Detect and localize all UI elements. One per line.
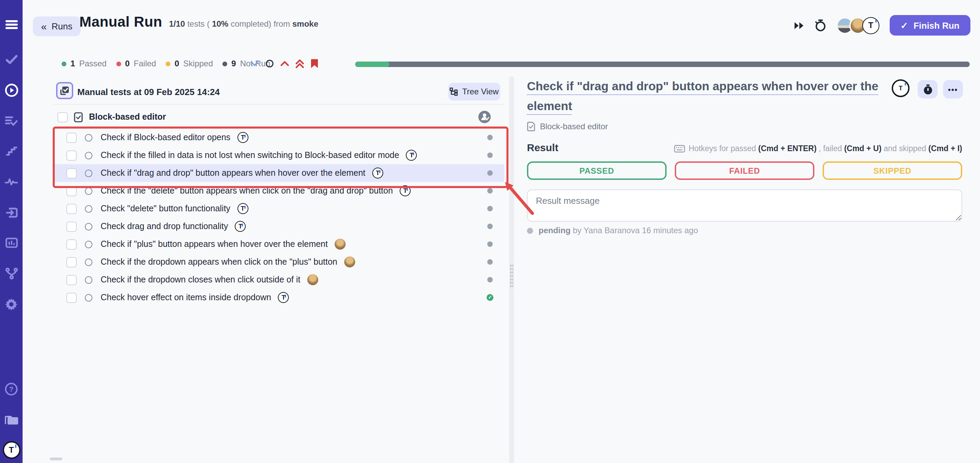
time-tracking-button[interactable] bbox=[918, 80, 937, 98]
failed-button[interactable]: FAILED bbox=[675, 162, 815, 180]
test-name: Check "delete" button functionality bbox=[100, 204, 230, 213]
test-row[interactable]: Check if "plus" button appears when hove… bbox=[53, 235, 504, 253]
more-options-button[interactable]: ••• bbox=[943, 80, 963, 98]
result-message-input[interactable] bbox=[527, 189, 962, 222]
bookmark-icon[interactable] bbox=[311, 59, 318, 68]
row-status-dot bbox=[487, 135, 493, 140]
check-icon[interactable] bbox=[0, 55, 22, 64]
menu-icon[interactable] bbox=[0, 20, 22, 29]
passed-dot-icon bbox=[62, 61, 66, 66]
row-checkbox[interactable] bbox=[66, 257, 76, 267]
row-status-dot bbox=[487, 188, 493, 193]
assignee-avatar bbox=[237, 203, 248, 214]
row-checkbox[interactable] bbox=[66, 292, 76, 303]
double-caret-up-icon[interactable] bbox=[296, 59, 304, 68]
participant-avatars[interactable] bbox=[836, 17, 880, 34]
group-checkbox[interactable] bbox=[57, 112, 68, 122]
test-row[interactable]: Check if Block-based editor opens bbox=[53, 128, 504, 146]
suite-name: Block-based editor bbox=[89, 112, 166, 122]
test-name: Check if the dropdown appears when click… bbox=[100, 257, 337, 267]
finish-run-button[interactable]: ✓ Finish Run bbox=[890, 15, 970, 36]
row-checkbox[interactable] bbox=[66, 221, 76, 232]
timer-icon[interactable] bbox=[815, 19, 826, 32]
run-filter-icons bbox=[250, 59, 318, 68]
skipped-counter: 0Skipped bbox=[165, 59, 213, 68]
pending-dot-icon bbox=[527, 227, 533, 233]
caret-up-icon[interactable] bbox=[281, 61, 289, 67]
assignee-avatar bbox=[335, 239, 345, 250]
breadcrumb[interactable]: Block-based editor bbox=[527, 122, 608, 131]
bar-chart-icon[interactable] bbox=[0, 238, 22, 248]
assign-all-icon[interactable] bbox=[478, 111, 491, 126]
assignee-avatar bbox=[406, 150, 417, 161]
branch-icon[interactable] bbox=[0, 268, 22, 279]
back-to-runs-button[interactable]: « Runs bbox=[33, 16, 80, 36]
test-name: Check if the "delete" button appears whe… bbox=[100, 186, 393, 196]
chevron-down-icon[interactable] bbox=[250, 61, 259, 67]
tree-view-button[interactable]: Tree View bbox=[448, 83, 500, 100]
row-checkbox[interactable] bbox=[66, 203, 76, 214]
panel-resize-handle[interactable] bbox=[509, 77, 514, 463]
test-row[interactable]: Check if the dropdown closes when click … bbox=[53, 271, 504, 289]
test-list: Check if Block-based editor opens Check … bbox=[53, 128, 504, 306]
status-circle-icon bbox=[85, 223, 92, 230]
steps-icon[interactable] bbox=[0, 147, 22, 155]
play-circle-icon[interactable] bbox=[0, 83, 22, 97]
horizontal-scrollbar[interactable] bbox=[50, 458, 62, 460]
keyboard-icon bbox=[674, 145, 685, 152]
row-status-dot bbox=[487, 224, 493, 229]
test-assignee-avatar[interactable] bbox=[892, 79, 910, 97]
row-checkbox[interactable] bbox=[66, 150, 76, 160]
status-circle-icon bbox=[85, 169, 92, 177]
skipped-dot-icon bbox=[165, 61, 170, 66]
folder-icon[interactable] bbox=[0, 414, 22, 425]
pulse-icon[interactable] bbox=[0, 178, 22, 186]
page-title: Manual Run bbox=[80, 14, 162, 30]
assignee-avatar bbox=[307, 274, 318, 285]
test-row[interactable]: Check if the filled in data is not lost … bbox=[53, 146, 504, 164]
row-checkbox[interactable] bbox=[66, 168, 76, 178]
test-row[interactable]: Check "delete" button functionality bbox=[53, 200, 504, 217]
test-name: Check if "drag and drop" button appears … bbox=[100, 168, 366, 178]
svg-text:?: ? bbox=[9, 385, 14, 393]
test-row[interactable]: Check drag and drop functionality bbox=[53, 217, 504, 235]
assignee-avatar bbox=[235, 221, 246, 232]
import-icon[interactable] bbox=[0, 208, 22, 218]
row-status-dot bbox=[487, 170, 493, 176]
run-progress-summary: 1/10 tests ( 10% completed) from smoke bbox=[169, 19, 318, 29]
brand-logo[interactable]: T bbox=[0, 441, 22, 459]
result-history-entry: pending by Yana Baranova 16 minutes ago bbox=[527, 226, 698, 235]
test-title[interactable]: Check if "drag and drop" button appears … bbox=[527, 77, 891, 116]
assignee-avatar bbox=[344, 257, 355, 267]
status-circle-icon bbox=[85, 258, 92, 266]
select-all-tests-checkbox[interactable] bbox=[56, 82, 73, 99]
double-chevron-left-icon: « bbox=[41, 21, 47, 32]
row-checkbox[interactable] bbox=[66, 132, 76, 143]
passed-button[interactable]: PASSED bbox=[527, 162, 667, 180]
help-icon[interactable]: ? bbox=[0, 383, 22, 396]
avatar-t-logo[interactable] bbox=[862, 17, 880, 34]
test-row[interactable]: Check if the "delete" button appears whe… bbox=[53, 182, 504, 200]
app-window: ? T « Runs Manual Run 1/10 tests ( 10% c… bbox=[0, 0, 980, 463]
gear-icon[interactable] bbox=[0, 298, 22, 311]
assignee-avatar bbox=[400, 186, 410, 196]
circle-outline-icon[interactable] bbox=[266, 60, 274, 68]
fast-forward-icon[interactable] bbox=[794, 22, 804, 29]
suite-group-row[interactable]: Block-based editor bbox=[53, 108, 504, 126]
row-status-dot bbox=[487, 206, 493, 211]
skipped-button[interactable]: SKIPPED bbox=[822, 162, 962, 180]
test-row[interactable]: Check hover effect on items inside dropd… bbox=[53, 289, 504, 306]
assignee-avatar bbox=[372, 168, 383, 179]
doc-icon bbox=[527, 122, 535, 131]
list-check-icon[interactable] bbox=[0, 116, 22, 126]
row-checkbox[interactable] bbox=[66, 239, 76, 249]
test-row[interactable]: Check if the dropdown appears when click… bbox=[53, 253, 504, 271]
test-row[interactable]: Check if "drag and drop" button appears … bbox=[53, 164, 504, 182]
result-heading: Result bbox=[527, 141, 558, 153]
back-label: Runs bbox=[52, 21, 73, 32]
run-status-counters: 1Passed 0Failed 0Skipped 9Not Run bbox=[62, 59, 270, 68]
suite-doc-icon bbox=[74, 112, 83, 122]
row-checkbox[interactable] bbox=[66, 274, 76, 285]
row-checkbox[interactable] bbox=[66, 186, 76, 196]
test-name: Check drag and drop functionality bbox=[100, 222, 228, 231]
